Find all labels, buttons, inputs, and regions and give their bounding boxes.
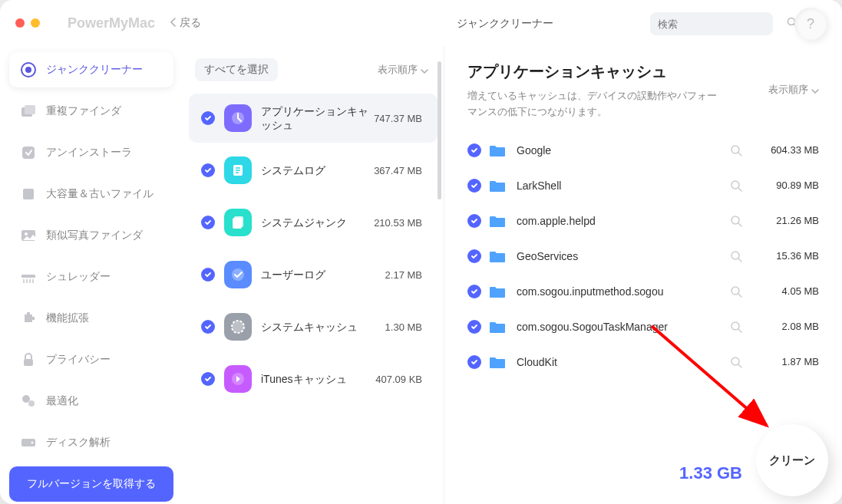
checkbox[interactable] bbox=[467, 285, 481, 298]
category-name: ユーザーログ bbox=[261, 268, 385, 282]
category-icon bbox=[224, 365, 252, 393]
folder-icon bbox=[489, 320, 506, 334]
file-row[interactable]: GeoServices 15.36 MB bbox=[467, 239, 819, 274]
file-row[interactable]: CloudKit 1.87 MB bbox=[467, 344, 819, 380]
reveal-icon[interactable] bbox=[730, 250, 742, 262]
file-row[interactable]: com.sogou.SogouTaskManager 2.08 MB bbox=[467, 309, 819, 344]
sidebar-item-duplicate-finder[interactable]: 重複ファインダ bbox=[9, 94, 173, 129]
svg-rect-10 bbox=[21, 275, 35, 278]
checkbox[interactable] bbox=[467, 143, 481, 157]
sidebar-item-privacy[interactable]: プライバシー bbox=[9, 342, 173, 377]
category-icon bbox=[224, 209, 252, 236]
app-window: PowerMyMac 戻る ジャンククリーナー ? ジャンククリーナー bbox=[0, 0, 842, 504]
category-row[interactable]: ユーザーログ 2.17 MB bbox=[189, 250, 438, 299]
checkbox[interactable] bbox=[201, 216, 215, 229]
chevron-down-icon bbox=[811, 84, 819, 96]
category-row[interactable]: システムログ 367.47 MB bbox=[189, 146, 438, 195]
file-size: 4.05 MB bbox=[758, 285, 819, 297]
svg-line-32 bbox=[738, 153, 741, 156]
checkbox[interactable] bbox=[467, 249, 481, 263]
maximize-dot[interactable] bbox=[46, 18, 55, 28]
checkbox[interactable] bbox=[467, 179, 481, 193]
back-button[interactable]: 戻る bbox=[170, 16, 201, 30]
checkbox[interactable] bbox=[201, 372, 215, 386]
reveal-icon[interactable] bbox=[730, 180, 742, 192]
file-row[interactable]: Google 604.33 MB bbox=[467, 133, 819, 168]
sidebar-item-disk-analysis[interactable]: ディスク解析 bbox=[9, 425, 173, 460]
category-row[interactable]: システムジャンク 210.53 MB bbox=[189, 198, 438, 247]
clean-button[interactable]: クリーン bbox=[756, 424, 828, 496]
file-size: 21.26 MB bbox=[758, 215, 819, 226]
folder-icon bbox=[489, 249, 506, 263]
reveal-icon[interactable] bbox=[730, 356, 742, 368]
folder-icon bbox=[489, 179, 506, 193]
category-name: システムジャンク bbox=[261, 216, 374, 229]
full-version-button[interactable]: フルバージョンを取得する bbox=[9, 466, 173, 502]
sidebar-item-similar-photos[interactable]: 類似写真ファインダ bbox=[9, 218, 173, 253]
reveal-icon[interactable] bbox=[730, 144, 742, 156]
file-size: 604.33 MB bbox=[758, 144, 819, 156]
file-name: LarkShell bbox=[517, 180, 730, 192]
category-row[interactable]: アプリケーションキャッシュ 747.37 MB bbox=[189, 94, 438, 143]
chevron-left-icon bbox=[170, 17, 177, 29]
detail-title: アプリケーションキャッシュ bbox=[467, 61, 819, 82]
svg-point-9 bbox=[25, 232, 28, 236]
checkbox[interactable] bbox=[201, 111, 215, 125]
sidebar-item-label: ジャンククリーナー bbox=[46, 63, 143, 77]
sidebar-item-optimize[interactable]: 最適化 bbox=[9, 384, 173, 419]
sidebar-item-shredder[interactable]: シュレッダー bbox=[9, 259, 173, 295]
svg-line-42 bbox=[738, 329, 741, 332]
sidebar-item-junk-cleaner[interactable]: ジャンククリーナー bbox=[9, 52, 173, 87]
reveal-icon[interactable] bbox=[730, 285, 742, 298]
checkbox[interactable] bbox=[201, 320, 215, 334]
reveal-icon[interactable] bbox=[730, 321, 742, 333]
help-button[interactable]: ? bbox=[794, 8, 827, 40]
scrollbar-thumb[interactable] bbox=[438, 61, 441, 199]
sidebar-item-large-old-files[interactable]: 大容量＆古いファイル bbox=[9, 176, 173, 212]
file-list: Google 604.33 MB LarkShell 90.89 MB com.… bbox=[467, 133, 819, 380]
file-name: CloudKit bbox=[517, 356, 730, 368]
extension-icon bbox=[20, 310, 37, 327]
checkbox[interactable] bbox=[201, 163, 215, 177]
file-name: GeoServices bbox=[517, 250, 730, 262]
uninstaller-icon bbox=[20, 144, 37, 161]
file-row[interactable]: LarkShell 90.89 MB bbox=[467, 168, 819, 203]
folder-icon bbox=[489, 285, 506, 298]
category-row[interactable]: iTunesキャッシュ 407.09 KB bbox=[189, 354, 438, 404]
sort-button[interactable]: 表示順序 bbox=[378, 63, 428, 77]
sidebar-item-extensions[interactable]: 機能拡張 bbox=[9, 301, 173, 336]
file-row[interactable]: com.sogou.inputmethod.sogou 4.05 MB bbox=[467, 274, 819, 309]
detail-sort-button[interactable]: 表示順序 bbox=[768, 83, 819, 97]
folder-icon bbox=[489, 143, 506, 157]
sort-label: 表示順序 bbox=[768, 83, 808, 97]
select-all-button[interactable]: すべてを選択 bbox=[195, 58, 278, 81]
checkbox[interactable] bbox=[467, 320, 481, 334]
files-icon bbox=[20, 186, 37, 203]
category-name: アプリケーションキャッシュ bbox=[261, 104, 374, 132]
category-icon bbox=[224, 261, 252, 288]
svg-line-34 bbox=[738, 188, 741, 191]
file-name: com.apple.helpd bbox=[517, 215, 730, 227]
close-dot[interactable] bbox=[15, 18, 25, 28]
sidebar-item-uninstaller[interactable]: アンインストーラ bbox=[9, 135, 173, 170]
search-box[interactable] bbox=[650, 12, 773, 35]
folder-icon bbox=[489, 214, 506, 228]
checkbox[interactable] bbox=[467, 214, 481, 228]
sidebar-item-label: 大容量＆古いファイル bbox=[46, 187, 154, 201]
svg-rect-26 bbox=[234, 216, 243, 227]
svg-point-19 bbox=[31, 442, 34, 444]
checkbox[interactable] bbox=[467, 355, 481, 369]
minimize-dot[interactable] bbox=[31, 18, 40, 28]
sidebar-item-label: 重複ファインダ bbox=[46, 104, 121, 118]
file-row[interactable]: com.apple.helpd 21.26 MB bbox=[467, 203, 819, 239]
category-row[interactable]: システムキャッシュ 1.30 MB bbox=[189, 302, 438, 351]
svg-rect-5 bbox=[25, 105, 35, 114]
svg-rect-15 bbox=[24, 359, 33, 366]
scrollbar[interactable] bbox=[438, 61, 441, 330]
category-size: 2.17 MB bbox=[385, 269, 422, 281]
chevron-down-icon bbox=[421, 64, 428, 76]
reveal-icon[interactable] bbox=[730, 215, 742, 227]
file-name: Google bbox=[517, 144, 730, 156]
checkbox[interactable] bbox=[201, 268, 215, 282]
search-input[interactable] bbox=[658, 18, 787, 30]
